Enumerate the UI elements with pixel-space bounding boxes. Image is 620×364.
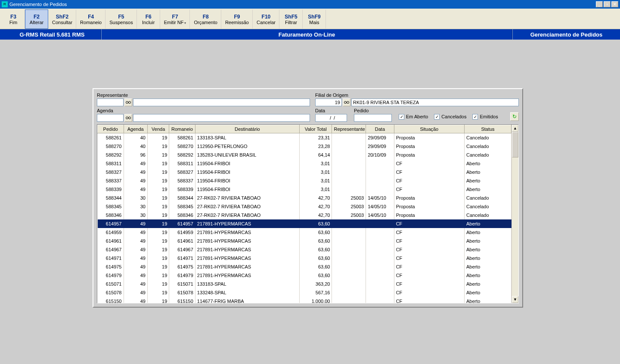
table-row[interactable]: 6149794919614979217891-HYPERMARCAS63,60C…	[98, 271, 512, 280]
column-header[interactable]: Data	[366, 125, 394, 133]
cell-sit: CF	[394, 168, 464, 176]
table-row[interactable]: 5882614019588261133183-SPAL23,3129/09/09…	[98, 133, 512, 142]
agenda-desc-input[interactable]	[133, 114, 310, 122]
representante-lookup-button[interactable]	[124, 99, 132, 106]
cell-sit: CF	[394, 254, 464, 262]
toolbar-alterar[interactable]: F2 Alterar	[25, 9, 48, 29]
minimize-button[interactable]: _	[596, 1, 603, 7]
representante-code-input[interactable]	[97, 99, 124, 106]
cell-valor: 64,14	[299, 151, 332, 159]
table-row[interactable]: 5882704019588270112950-PETERLONGO23,2829…	[98, 142, 512, 151]
column-header[interactable]: Pedido	[98, 125, 124, 133]
table-row[interactable]: 5882929619588292135283-UNILEVER BRASIL64…	[98, 151, 512, 159]
cell-valor: 63,60	[299, 245, 332, 254]
filial-lookup-button[interactable]	[343, 99, 350, 106]
cell-dest: 119504-FRIBOI	[195, 168, 299, 176]
emitidos-checkbox[interactable]: ✓Emitidos	[472, 114, 498, 120]
table-row[interactable]: 6150714919615071133183-SPAL363,20CFAbert…	[98, 280, 512, 288]
agenda-lookup-button[interactable]	[124, 114, 132, 122]
toolbar-key: F7	[172, 14, 178, 20]
cell-romaneio: 588337	[169, 176, 195, 185]
table-row[interactable]: 6149614919614961217891-HYPERMARCAS63,60C…	[98, 237, 512, 245]
cell-status: Aberto	[465, 237, 512, 245]
representante-desc-input[interactable]	[133, 99, 310, 106]
table-row[interactable]: 5883394919588339119504-FRIBOI3,01CFAbert…	[98, 185, 512, 194]
table-row[interactable]: 5883274919588327119504-FRIBOI3,01CFAbert…	[98, 168, 512, 176]
main-toolbar: F3 FimF2 AlterarShF2 ConsultarF4 Romanei…	[0, 9, 620, 29]
restore-button[interactable]: ▫	[604, 1, 611, 7]
cell-rep	[332, 288, 366, 297]
cancelados-checkbox[interactable]: ✓Cancelados	[434, 114, 466, 120]
cell-dest: 119504-FRIBOI	[195, 159, 299, 168]
toolbar-romaneio[interactable]: F4 Romaneio	[76, 9, 105, 29]
cell-pedido: 588292	[98, 151, 124, 159]
column-header[interactable]: Destinatário	[195, 125, 299, 133]
column-header[interactable]: Status	[465, 125, 512, 133]
cell-venda: 19	[147, 228, 169, 237]
close-button[interactable]: ✕	[611, 1, 618, 7]
scroll-up-button[interactable]: ▲	[512, 125, 518, 132]
cell-data	[366, 245, 394, 254]
cell-valor: 3,01	[299, 168, 332, 176]
column-header[interactable]: Agenda	[124, 125, 147, 133]
cell-pedido: 588346	[98, 211, 124, 219]
toolbar-suspensos[interactable]: F5 Suspensos	[105, 9, 136, 29]
table-row[interactable]: 6149714919614971217891-HYPERMARCAS63,60C…	[98, 254, 512, 262]
column-header[interactable]: Valor Total	[299, 125, 332, 133]
cell-pedido: 614957	[98, 219, 124, 228]
cell-data	[366, 185, 394, 194]
toolbar-consultar[interactable]: ShF2 Consultar	[48, 9, 76, 29]
column-header[interactable]: Representante	[332, 125, 366, 133]
toolbar-key: ShF9	[308, 14, 320, 20]
toolbar-cancelar[interactable]: F10 Cancelar	[253, 9, 279, 29]
cell-agenda: 30	[124, 202, 147, 211]
toolbar-key: ShF5	[285, 14, 297, 20]
table-row[interactable]: 6149594919614959217891-HYPERMARCAS63,60C…	[98, 228, 512, 237]
table-row[interactable]: 6150784919615078133248-SPAL567,16CFAbert…	[98, 288, 512, 297]
cell-valor: 63,60	[299, 262, 332, 271]
toolbar-filtrar[interactable]: ShF5 Filtrar	[279, 9, 303, 29]
toolbar-emitir-nf[interactable]: F7 Emitir NF▾	[160, 9, 190, 29]
cell-pedido: 588344	[98, 194, 124, 202]
cell-dest: 217891-HYPERMARCAS	[195, 271, 299, 280]
cell-sit: Proposta	[394, 211, 464, 219]
pedido-input[interactable]	[354, 114, 392, 122]
table-row[interactable]: 588345301958834527-RK02-7 RIVIERA TABOAO…	[98, 202, 512, 211]
toolbar-reemissão[interactable]: F9 Reemissão	[221, 9, 253, 29]
column-header[interactable]: Venda	[147, 125, 169, 133]
em-aberto-checkbox[interactable]: ✓Em Aberto	[399, 114, 428, 120]
refresh-button[interactable]: ↻	[510, 112, 519, 121]
scroll-down-button[interactable]: ▼	[512, 296, 518, 303]
cell-venda: 19	[147, 211, 169, 219]
toolbar-mais[interactable]: ShF9 Mais	[303, 9, 326, 29]
data-input[interactable]	[315, 114, 347, 122]
table-row[interactable]: 588346301958834627-RK02-7 RIVIERA TABOAO…	[98, 211, 512, 219]
cell-venda: 19	[147, 237, 169, 245]
table-row[interactable]: 6149754919614975217891-HYPERMARCAS63,60C…	[98, 262, 512, 271]
cell-rep	[332, 280, 366, 288]
toolbar-fim[interactable]: F3 Fim	[2, 9, 25, 29]
scroll-thumb[interactable]	[512, 132, 518, 157]
toolbar-incluir[interactable]: F6 Incluir	[137, 9, 160, 29]
cell-agenda: 49	[124, 176, 147, 185]
table-row[interactable]: 5883374919588337119504-FRIBOI3,01CFAbert…	[98, 176, 512, 185]
toolbar-orçamento[interactable]: F8 Orçamento	[190, 9, 221, 29]
filial-desc-input[interactable]	[351, 99, 519, 106]
cell-data	[366, 254, 394, 262]
column-header[interactable]: Situação	[394, 125, 464, 133]
toolbar-key: F3	[10, 14, 16, 20]
cell-pedido: 588345	[98, 202, 124, 211]
grid-scrollbar[interactable]: ▲ ▼	[512, 125, 518, 303]
table-row[interactable]: 6149574919614957217891-HYPERMARCAS63,60C…	[98, 219, 512, 228]
column-header[interactable]: Romaneio	[169, 125, 195, 133]
cancelados-label: Cancelados	[441, 114, 466, 119]
table-row[interactable]: 6151504919615150114677-FRIG MARBA1.000,0…	[98, 297, 512, 303]
table-row[interactable]: 5883114919588311119504-FRIBOI3,01CFAbert…	[98, 159, 512, 168]
agenda-code-input[interactable]	[97, 114, 124, 122]
table-row[interactable]: 588344301958834427-RK02-7 RIVIERA TABOAO…	[98, 194, 512, 202]
scroll-track[interactable]	[512, 132, 518, 296]
filial-code-input[interactable]	[315, 99, 342, 106]
cell-valor: 3,01	[299, 185, 332, 194]
table-row[interactable]: 6149674919614967217891-HYPERMARCAS63,60C…	[98, 245, 512, 254]
cell-agenda: 49	[124, 159, 147, 168]
